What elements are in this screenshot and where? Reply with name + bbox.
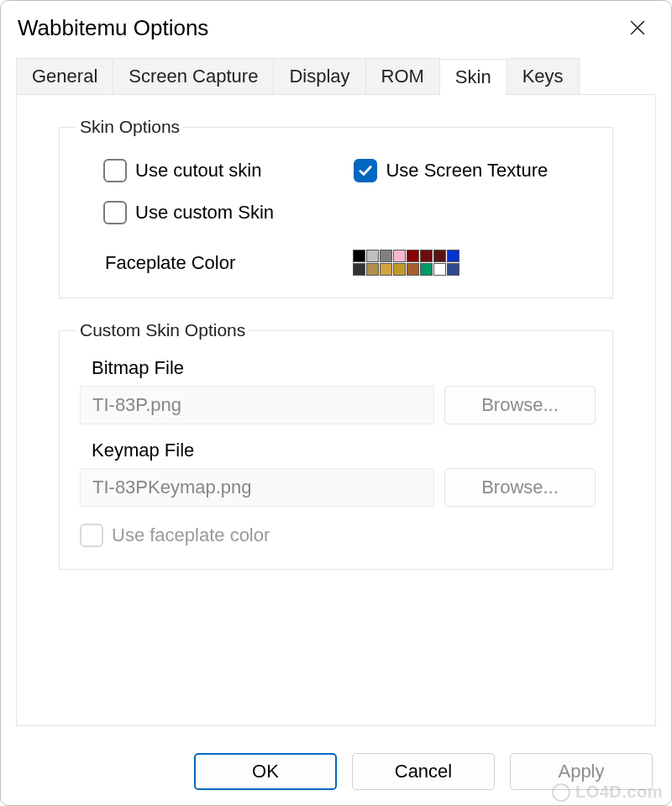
color-swatch[interactable]: [393, 263, 406, 276]
cancel-button[interactable]: Cancel: [352, 753, 495, 790]
bitmap-file-input[interactable]: TI-83P.png: [80, 386, 434, 424]
tab-skin[interactable]: Skin: [440, 59, 507, 95]
checkbox-box: [103, 201, 127, 224]
checkbox-label: Use cutout skin: [135, 160, 261, 182]
color-swatch[interactable]: [447, 250, 459, 262]
color-swatch[interactable]: [447, 263, 459, 276]
checkbox-use-faceplate-color[interactable]: Use faceplate color: [80, 524, 270, 547]
color-swatch[interactable]: [380, 263, 392, 276]
close-button[interactable]: [621, 11, 654, 45]
checkbox-use-cutout-skin[interactable]: Use cutout skin: [103, 159, 261, 182]
checkbox-use-screen-texture[interactable]: Use Screen Texture: [354, 159, 548, 182]
checkbox-use-custom-skin[interactable]: Use custom Skin: [103, 201, 274, 224]
tab-general[interactable]: General: [16, 58, 113, 94]
row-keymap-file: TI-83PKeymap.png Browse...: [80, 468, 596, 507]
keymap-file-input[interactable]: TI-83PKeymap.png: [80, 468, 434, 507]
color-swatch[interactable]: [433, 263, 446, 276]
apply-button[interactable]: Apply: [510, 753, 653, 790]
checkbox-label: Use faceplate color: [112, 524, 270, 546]
row-skin-opts-1: Use cutout skin Use Screen Texture: [103, 159, 596, 182]
checkbox-box: [103, 159, 127, 182]
dialog-button-row: OK Cancel Apply: [194, 753, 653, 790]
tab-rom[interactable]: ROM: [366, 58, 440, 94]
color-swatch[interactable]: [353, 250, 365, 262]
options-window: Wabbitemu Options General Screen Capture…: [0, 0, 672, 806]
checkbox-box: [354, 159, 377, 182]
color-swatch[interactable]: [407, 263, 419, 276]
row-faceplate-color: Faceplate Color: [105, 250, 596, 276]
group-custom-skin-legend: Custom Skin Options: [76, 320, 249, 340]
keymap-file-label: Keymap File: [92, 440, 596, 461]
checkbox-box: [80, 524, 103, 547]
color-swatch[interactable]: [380, 250, 392, 262]
color-swatch[interactable]: [366, 263, 379, 276]
tab-page-skin: Skin Options Use cutout skin Use Screen …: [16, 94, 656, 726]
titlebar: Wabbitemu Options: [1, 1, 671, 51]
group-skin-options: Skin Options Use cutout skin Use Screen …: [59, 117, 613, 298]
checkbox-label: Use custom Skin: [135, 202, 274, 224]
tabstrip: General Screen Capture Display ROM Skin …: [16, 58, 656, 94]
row-bitmap-file: TI-83P.png Browse...: [80, 386, 596, 424]
browse-bitmap-button[interactable]: Browse...: [444, 386, 596, 424]
ok-button[interactable]: OK: [194, 753, 337, 790]
row-skin-opts-2: Use custom Skin: [103, 201, 596, 224]
color-swatch[interactable]: [433, 250, 446, 262]
checkbox-label: Use Screen Texture: [386, 160, 548, 182]
window-title: Wabbitemu Options: [18, 15, 208, 41]
color-swatch[interactable]: [407, 250, 419, 262]
color-swatch[interactable]: [353, 263, 365, 276]
browse-keymap-button[interactable]: Browse...: [444, 468, 596, 507]
faceplate-color-swatches[interactable]: [353, 250, 459, 276]
group-skin-options-legend: Skin Options: [76, 117, 183, 137]
bitmap-file-label: Bitmap File: [92, 357, 596, 379]
tab-keys[interactable]: Keys: [507, 58, 580, 94]
close-icon: [630, 20, 645, 35]
color-swatch[interactable]: [366, 250, 379, 262]
tab-display[interactable]: Display: [274, 58, 365, 94]
row-use-faceplate-color: Use faceplate color: [80, 524, 596, 547]
group-custom-skin-options: Custom Skin Options Bitmap File TI-83P.p…: [59, 320, 613, 570]
faceplate-color-label: Faceplate Color: [105, 252, 235, 274]
color-swatch[interactable]: [420, 263, 433, 276]
color-swatch[interactable]: [393, 250, 406, 262]
tab-screen-capture[interactable]: Screen Capture: [113, 58, 274, 94]
color-swatch[interactable]: [420, 250, 433, 262]
check-icon: [358, 163, 373, 178]
